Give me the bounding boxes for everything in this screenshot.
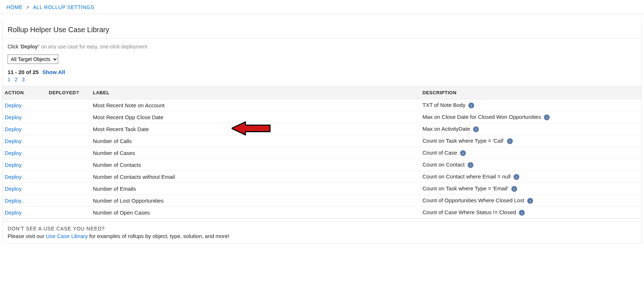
pointer-arrow-icon: [232, 121, 271, 137]
deploy-link[interactable]: Deploy: [5, 138, 22, 144]
label-cell: Most Recent Opp Close Date: [91, 111, 420, 123]
description-cell: Max on ActivityDate i: [420, 123, 641, 135]
info-icon[interactable]: i: [527, 198, 533, 204]
label-cell: Number of Calls: [91, 135, 420, 147]
table-row: DeployMost Recent Opp Close DateMax on C…: [3, 111, 641, 123]
deployed-cell: [47, 123, 91, 135]
label-cell: Most Recent Task Date: [91, 123, 420, 135]
table-row: DeployMost Recent Note on AccountTXT of …: [3, 99, 641, 111]
deploy-link[interactable]: Deploy: [5, 162, 22, 168]
description-cell: Count of Case i: [420, 147, 641, 159]
deploy-link[interactable]: Deploy: [5, 198, 22, 204]
description-cell: Count of Opportunities Where Closed Lost…: [420, 195, 641, 207]
page-link-1[interactable]: 1: [8, 77, 10, 82]
page-link-2[interactable]: 2: [15, 77, 18, 82]
info-icon[interactable]: i: [468, 162, 473, 168]
deployed-cell: [47, 147, 91, 159]
breadcrumb-sep: >: [26, 4, 30, 10]
col-label: LABEL: [91, 86, 420, 99]
table-row: DeployNumber of CasesCount of Case i: [3, 147, 641, 159]
svg-marker-0: [232, 122, 270, 135]
deployed-cell: [47, 111, 91, 123]
label-cell: Number of Contacts: [91, 159, 420, 171]
table-row: DeployNumber of Contacts without EmailCo…: [3, 171, 641, 183]
deploy-link[interactable]: Deploy: [5, 150, 22, 156]
page-link-3[interactable]: 3: [22, 77, 25, 82]
deploy-link[interactable]: Deploy: [5, 114, 22, 120]
page-title: Rollup Helper Use Case Library: [3, 21, 641, 39]
table-row: DeployNumber of CallsCount on Task where…: [3, 135, 641, 147]
deployed-cell: [47, 99, 91, 111]
label-cell: Number of Open Cases: [91, 207, 420, 219]
info-icon[interactable]: i: [519, 210, 525, 216]
footer-line: Please visit our Use Case Library for ex…: [8, 233, 636, 239]
description-cell: Count on Contact i: [420, 159, 641, 171]
label-cell: Number of Emails: [91, 183, 420, 195]
deployed-cell: [47, 183, 91, 195]
deploy-hint: Click 'Deploy'' on any use case for easy…: [8, 44, 636, 49]
use-case-table: ACTION DEPLOYED? LABEL DESCRIPTION Deplo…: [3, 86, 641, 219]
table-row: DeployNumber of EmailsCount on Task wher…: [3, 183, 641, 195]
breadcrumb-all-rollup-settings[interactable]: ALL ROLLUP SETTINGS: [33, 4, 94, 10]
breadcrumb-home[interactable]: HOME: [7, 4, 22, 10]
deploy-link[interactable]: Deploy: [5, 126, 22, 132]
info-icon[interactable]: i: [473, 126, 479, 132]
label-cell: Most Recent Note on Account: [91, 99, 420, 111]
deployed-cell: [47, 135, 91, 147]
deploy-link[interactable]: Deploy: [5, 102, 22, 108]
paging-pages: 123: [8, 77, 636, 82]
deploy-link[interactable]: Deploy: [5, 209, 22, 216]
target-object-select[interactable]: All Target Objects: [8, 55, 58, 64]
show-all-link[interactable]: Show All: [42, 69, 65, 75]
paging-range: 11 - 20 of 25: [8, 69, 39, 75]
info-icon[interactable]: i: [460, 150, 466, 156]
deployed-cell: [47, 195, 91, 207]
table-row: DeployNumber of Open CasesCount of Case …: [3, 207, 641, 219]
description-cell: TXT of Note Body i: [420, 99, 641, 111]
deployed-cell: [47, 171, 91, 183]
description-cell: Count on Task where Type = 'Call' i: [420, 135, 641, 147]
description-cell: Count on Task where Type = 'Email' i: [420, 183, 641, 195]
info-icon[interactable]: i: [514, 174, 519, 180]
description-cell: Count of Case Where Status != Closed i: [420, 207, 641, 219]
table-row: DeployMost Recent Task DateMax on Activi…: [3, 123, 641, 135]
table-row: DeployNumber of ContactsCount on Contact…: [3, 159, 641, 171]
deployed-cell: [47, 159, 91, 171]
label-cell: Number of Lost Opportunities: [91, 195, 420, 207]
footer-heading: DON'T SEE A USE CASE YOU NEED?: [8, 226, 636, 232]
info-icon[interactable]: i: [507, 138, 513, 144]
deploy-link[interactable]: Deploy: [5, 174, 22, 180]
label-cell: Number of Contacts without Email: [91, 171, 420, 183]
info-icon[interactable]: i: [468, 103, 474, 108]
col-deployed: DEPLOYED?: [47, 86, 91, 99]
deployed-cell: [47, 207, 91, 219]
description-cell: Count on Contact where Email = null i: [420, 171, 641, 183]
table-row: DeployNumber of Lost OpportunitiesCount …: [3, 195, 641, 207]
label-cell: Number of Cases: [91, 147, 420, 159]
info-icon[interactable]: i: [511, 186, 517, 192]
description-cell: Max on Close Date for Closed Won Opportu…: [420, 111, 641, 123]
info-icon[interactable]: i: [544, 114, 550, 120]
deploy-link[interactable]: Deploy: [5, 186, 22, 192]
breadcrumb: HOME > ALL ROLLUP SETTINGS: [0, 0, 644, 14]
col-description: DESCRIPTION: [420, 86, 641, 99]
footer-panel: DON'T SEE A USE CASE YOU NEED? Please vi…: [2, 221, 642, 244]
use-case-library-link[interactable]: Use Case Library: [46, 233, 88, 239]
col-action: ACTION: [3, 86, 47, 99]
